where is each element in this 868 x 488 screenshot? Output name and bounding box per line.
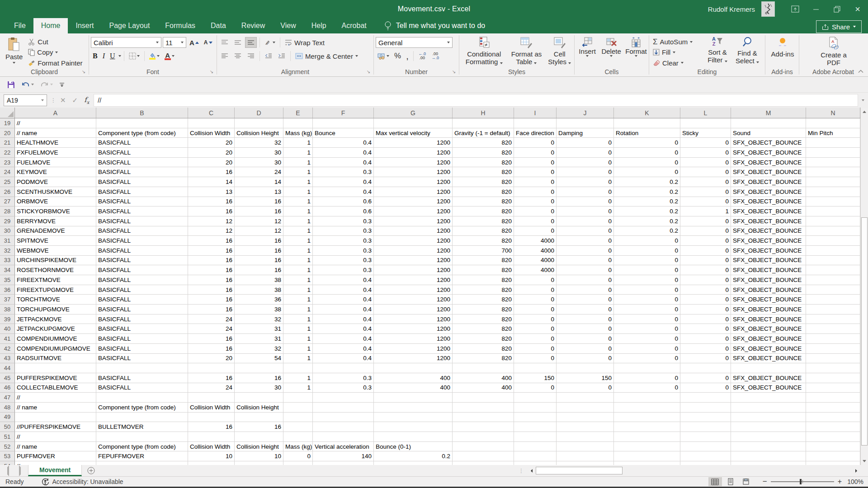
row-header-40[interactable]: 40	[0, 324, 15, 334]
cell-D27[interactable]: 16	[235, 197, 283, 207]
row-header-38[interactable]: 38	[0, 305, 15, 314]
cell-I31[interactable]: 4000	[514, 236, 557, 246]
cell-A54[interactable]: //	[15, 461, 96, 465]
cell-K53[interactable]	[614, 451, 680, 461]
column-header-L[interactable]: L	[680, 108, 731, 118]
cell-K25[interactable]: 0.2	[614, 177, 680, 187]
cell-C50[interactable]: 16	[188, 422, 235, 432]
create-pdf-button[interactable]: A Create a PDF	[818, 35, 849, 68]
cell-K36[interactable]: 0	[614, 285, 680, 295]
cell-C47[interactable]	[188, 393, 235, 403]
cell-L46[interactable]: 0	[680, 383, 731, 393]
cell-F22[interactable]: 0.4	[313, 148, 374, 158]
cell-M50[interactable]	[731, 422, 806, 432]
cell-F35[interactable]: 0.4	[313, 275, 374, 285]
cell-J22[interactable]: 0	[557, 148, 614, 158]
cell-A45[interactable]: PUFFERSPIKEMOVE	[15, 373, 96, 383]
cell-H49[interactable]	[453, 413, 514, 422]
row-header-22[interactable]: 22	[0, 148, 15, 158]
cell-F31[interactable]: 0.3	[313, 236, 374, 246]
cell-F39[interactable]: 0.4	[313, 314, 374, 324]
cell-G21[interactable]: 1200	[374, 138, 453, 148]
addins-button[interactable]: Add-ins	[768, 35, 797, 68]
cell-N25[interactable]	[806, 177, 860, 187]
cell-G48[interactable]	[374, 403, 453, 413]
cell-I46[interactable]: 0	[514, 383, 557, 393]
cell-E42[interactable]: 1	[283, 344, 313, 354]
copy-button[interactable]: Copy	[26, 47, 84, 57]
column-header-M[interactable]: M	[731, 108, 806, 118]
cell-N27[interactable]	[806, 197, 860, 207]
cell-C35[interactable]: 16	[188, 275, 235, 285]
cell-E33[interactable]: 1	[283, 256, 313, 266]
column-header-G[interactable]: G	[374, 108, 453, 118]
cell-A39[interactable]: JETPACKMOVE	[15, 314, 96, 324]
cell-D39[interactable]: 32	[235, 314, 283, 324]
cell-F30[interactable]: 0.3	[313, 226, 374, 236]
cell-B50[interactable]: BULLETMOVER	[96, 422, 188, 432]
cell-H19[interactable]	[453, 118, 514, 128]
cell-D34[interactable]: 16	[235, 265, 283, 275]
cell-D29[interactable]: 12	[235, 216, 283, 226]
cell-D50[interactable]: 16	[235, 422, 283, 432]
row-header-27[interactable]: 27	[0, 197, 15, 207]
conditional-formatting-button[interactable]: ≠ Conditional Formatting	[461, 35, 507, 68]
cell-I36[interactable]: 0	[514, 285, 557, 295]
cell-D45[interactable]: 16	[235, 373, 283, 383]
cell-A46[interactable]: COLLECTABLEMOVE	[15, 383, 96, 393]
cell-C22[interactable]: 20	[188, 148, 235, 158]
cell-N51[interactable]	[806, 432, 860, 442]
cell-L21[interactable]: 0	[680, 138, 731, 148]
cell-F32[interactable]: 0.3	[313, 246, 374, 256]
page-layout-view-button[interactable]	[724, 477, 737, 486]
cell-F26[interactable]: 0.4	[313, 187, 374, 197]
cell-I51[interactable]	[514, 432, 557, 442]
cell-F38[interactable]: 0.4	[313, 305, 374, 314]
middle-align-button[interactable]	[232, 37, 244, 48]
cell-G51[interactable]	[374, 432, 453, 442]
cell-L32[interactable]: 0	[680, 246, 731, 256]
cell-A49[interactable]	[15, 413, 96, 422]
cell-N35[interactable]	[806, 275, 860, 285]
cell-C28[interactable]: 16	[188, 206, 235, 216]
cell-N54[interactable]	[806, 461, 860, 465]
cell-G46[interactable]: 400	[374, 383, 453, 393]
menu-tab-data[interactable]: Data	[203, 18, 234, 33]
cell-L43[interactable]: 0	[680, 354, 731, 364]
cell-E38[interactable]: 1	[283, 305, 313, 314]
cell-D47[interactable]	[235, 393, 283, 403]
cell-B19[interactable]	[96, 118, 188, 128]
cell-L54[interactable]	[680, 461, 731, 465]
format-cells-button[interactable]: Format	[624, 35, 648, 68]
cell-G45[interactable]: 400	[374, 373, 453, 383]
cell-N26[interactable]	[806, 187, 860, 197]
cell-C41[interactable]: 16	[188, 334, 235, 344]
cell-G22[interactable]: 1200	[374, 148, 453, 158]
cell-K50[interactable]	[614, 422, 680, 432]
vertical-scroll-thumb[interactable]	[861, 217, 868, 446]
cell-H33[interactable]: 820	[453, 256, 514, 266]
cell-J50[interactable]	[557, 422, 614, 432]
cell-F45[interactable]: 0.3	[313, 373, 374, 383]
row-header-44[interactable]: 44	[0, 363, 15, 373]
cell-A21[interactable]: HEALTHMOVE	[15, 138, 96, 148]
cell-G28[interactable]: 1200	[374, 206, 453, 216]
cell-J43[interactable]: 0	[557, 354, 614, 364]
cell-F52[interactable]: Vertical acceleration	[313, 442, 374, 452]
cell-M19[interactable]	[731, 118, 806, 128]
cell-H37[interactable]: 820	[453, 295, 514, 305]
cell-E27[interactable]: 1	[283, 197, 313, 207]
cell-L51[interactable]	[680, 432, 731, 442]
bottom-align-button[interactable]	[245, 37, 257, 48]
cell-B24[interactable]: BASICFALL	[96, 167, 188, 177]
cell-A51[interactable]: //	[15, 432, 96, 442]
cell-E43[interactable]: 1	[283, 354, 313, 364]
cell-G42[interactable]: 1200	[374, 344, 453, 354]
cell-L35[interactable]: 0	[680, 275, 731, 285]
cell-C39[interactable]: 24	[188, 314, 235, 324]
cell-I20[interactable]: Face direction	[514, 128, 557, 138]
zoom-in-button[interactable]: +	[838, 478, 842, 486]
cell-I43[interactable]: 0	[514, 354, 557, 364]
cell-L50[interactable]	[680, 422, 731, 432]
cell-J35[interactable]: 0	[557, 275, 614, 285]
